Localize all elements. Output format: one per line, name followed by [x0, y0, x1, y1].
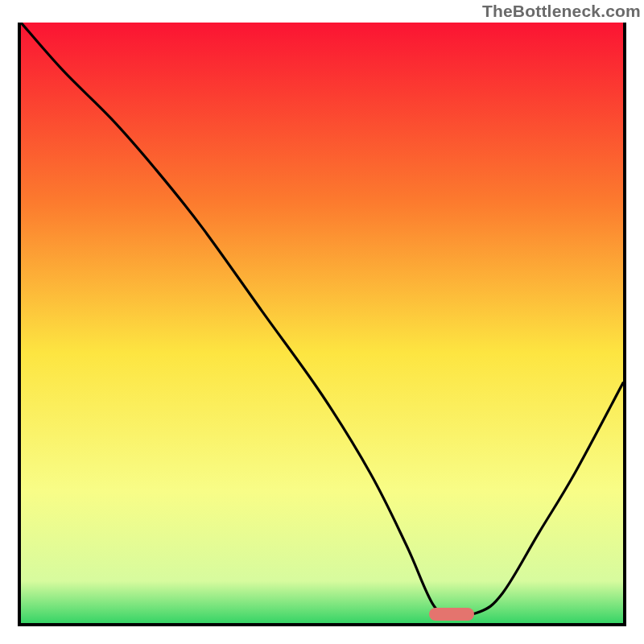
gradient-background — [21, 23, 623, 623]
watermark-text: TheBottleneck.com — [482, 2, 641, 21]
bottleneck-chart — [21, 23, 623, 623]
chart-frame — [18, 23, 626, 626]
optimal-marker — [429, 608, 474, 621]
